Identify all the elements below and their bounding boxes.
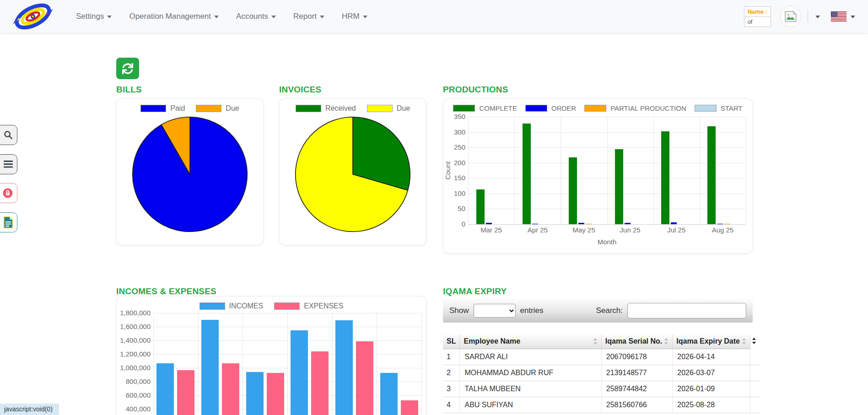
column-header-label: Iqama Expiry Date <box>676 337 740 345</box>
table-cell-sl: 3 <box>443 381 460 397</box>
legend-swatch <box>140 105 166 112</box>
legend-swatch <box>367 105 393 112</box>
y-axis-tick-label: 1,800,000 <box>114 309 151 317</box>
legend-item-partial-production[interactable]: PARTIAL PRODUCTION <box>584 104 686 112</box>
y-axis-tick-label: 100 <box>449 189 465 197</box>
table-row: 4ABU SUFIYAN25815607662025-08-28 <box>443 397 760 413</box>
y-axis-tick-label: 1,000,000 <box>114 364 151 372</box>
bar-group <box>700 117 746 224</box>
legend-item-incomes[interactable]: INCOMES <box>199 302 264 310</box>
search-input[interactable] <box>627 303 746 318</box>
bar-complete <box>707 126 716 224</box>
bar-group <box>607 117 653 224</box>
bar-incomes <box>291 330 308 415</box>
legend-item-received[interactable]: Received <box>296 104 356 113</box>
legend-item-expenses[interactable]: EXPENSES <box>274 302 343 310</box>
dashboard-page: SettingsOperation ManagementAccountsRepo… <box>0 0 868 415</box>
legend-item-complete[interactable]: COMPLETE <box>453 104 517 112</box>
bar-partial-production <box>586 224 592 225</box>
bar-incomes <box>201 320 219 415</box>
sidebar-menu-button[interactable] <box>0 154 17 174</box>
sidebar-document-button[interactable] <box>0 212 17 232</box>
language-flag-us[interactable] <box>831 11 846 22</box>
search-label: Search: <box>596 306 623 315</box>
table-cell-iqama-expiry-date: 2025-08-28 <box>673 397 750 413</box>
y-axis-tick-label: 0 <box>449 220 465 228</box>
x-axis-tick-label: Aug 25 <box>700 226 746 237</box>
divider <box>808 11 808 22</box>
column-header-label: Iqama Serial No. <box>605 337 663 345</box>
y-axis: 050100150200250300350 <box>452 117 468 224</box>
chevron-down-icon <box>214 16 219 18</box>
invoices-legend: ReceivedDue <box>280 104 426 113</box>
refresh-dashboard-button[interactable] <box>116 58 139 79</box>
legend-swatch <box>196 105 221 112</box>
bar-complete <box>615 149 623 225</box>
gridline-horizontal <box>468 224 746 225</box>
bar-incomes <box>380 373 398 415</box>
legend-label: ORDER <box>551 104 576 112</box>
y-axis-tick-label: 800,000 <box>114 377 151 385</box>
y-axis-tick-label: 50 <box>449 205 465 212</box>
bar-expenses <box>356 341 373 415</box>
legend-swatch <box>584 105 606 112</box>
bar-group <box>198 313 243 415</box>
iqama-expiry-title: IQAMA EXPIRY <box>443 286 507 296</box>
bar-order <box>486 223 492 224</box>
nav-menu: SettingsOperation ManagementAccountsRepo… <box>76 12 367 21</box>
bills-pie-chart <box>128 115 252 233</box>
nav-item-hrm[interactable]: HRM <box>342 12 367 21</box>
bar-group <box>514 117 561 224</box>
column-sorter[interactable] <box>750 334 760 349</box>
legend-item-start[interactable]: START <box>695 104 743 112</box>
user-menu-chevron-down-icon[interactable] <box>815 16 820 18</box>
bar-incomes <box>335 320 353 415</box>
bar-group <box>243 313 287 415</box>
legend-item-order[interactable]: ORDER <box>525 104 576 112</box>
productions-legend: COMPLETEORDERPARTIAL PRODUCTIONSTART <box>443 104 752 112</box>
sidebar-search-button[interactable] <box>0 125 17 145</box>
bar-complete <box>569 157 577 224</box>
bar-order <box>625 223 631 224</box>
sidebar-lock-button[interactable] <box>0 183 17 203</box>
user-name-value: of <box>744 17 771 27</box>
legend-item-due[interactable]: Due <box>367 104 410 113</box>
y-axis-tick-label: 150 <box>449 174 465 182</box>
x-axis-tick-label: May 25 <box>561 226 607 237</box>
nav-item-accounts[interactable]: Accounts <box>236 12 276 21</box>
nav-item-label: HRM <box>342 12 360 21</box>
legend-item-paid[interactable]: Paid <box>140 104 185 113</box>
language-chevron-down-icon[interactable] <box>851 16 855 18</box>
table-cell-iqama-serial-no: 2589744842 <box>601 381 673 397</box>
table-cell-sorter <box>750 381 760 397</box>
table-header-row: SLEmployee NameIqama Serial No.Iqama Exp… <box>443 334 760 349</box>
bar-expenses <box>401 400 418 415</box>
legend-swatch <box>453 105 475 112</box>
table-cell-employee-name: TALHA MUBEEN <box>460 381 601 397</box>
lock-icon <box>2 188 13 199</box>
productions-title: PRODUCTIONS <box>443 85 508 95</box>
y-axis-tick-label: 250 <box>449 143 465 151</box>
company-logo <box>11 3 55 30</box>
entries-select[interactable] <box>474 304 516 318</box>
incomes-expenses-plot-area <box>153 313 421 415</box>
user-avatar[interactable] <box>780 6 801 27</box>
legend-label: Paid <box>170 104 185 113</box>
column-header-iqama-serial-no[interactable]: Iqama Serial No. <box>601 334 673 349</box>
nav-item-report[interactable]: Report <box>293 12 324 21</box>
column-header-employee-name[interactable]: Employee Name <box>460 334 601 349</box>
table-cell-iqama-serial-no: 2139148577 <box>601 365 673 381</box>
nav-item-operation-management[interactable]: Operation Management <box>129 12 219 21</box>
bills-chart-card: PaidDue <box>116 98 264 245</box>
bar-group <box>468 117 514 224</box>
x-axis-tick-label: Mar 25 <box>468 226 514 237</box>
invoices-title: INVOICES <box>279 85 321 95</box>
legend-item-due[interactable]: Due <box>196 104 239 113</box>
legend-label: Due <box>226 104 239 113</box>
iqama-table-controls: Show entries Search: <box>443 299 753 323</box>
table-cell-employee-name: MOHAMMAD ABDUR RUF <box>460 365 601 381</box>
user-name-box: Name : of <box>744 6 771 27</box>
legend-swatch <box>199 302 225 310</box>
column-header-iqama-expiry-date[interactable]: Iqama Expiry Date <box>673 334 750 349</box>
nav-item-settings[interactable]: Settings <box>76 12 112 21</box>
